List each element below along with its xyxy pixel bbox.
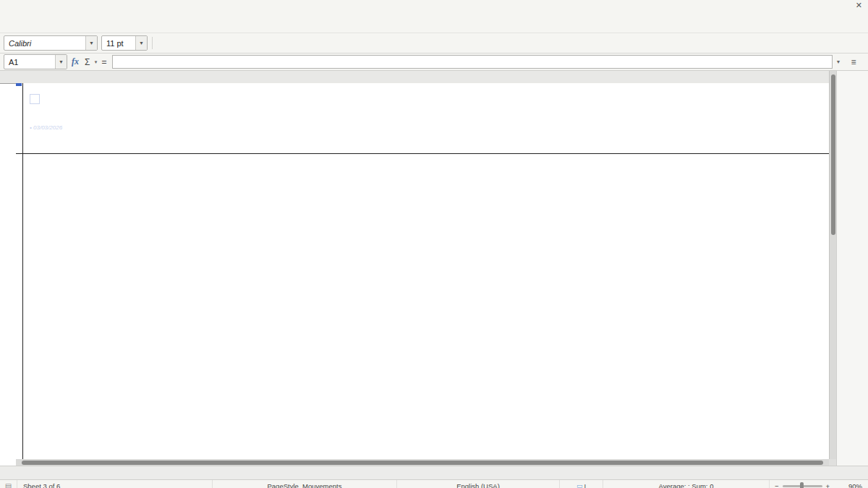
selected-cell-outline: [16, 83, 22, 86]
sheet-title-banner: ? • 03/03/2026: [22, 87, 450, 134]
chevron-down-icon[interactable]: ▼: [55, 55, 67, 69]
formatting-toolbar: Calibri ▼ 11 pt ▼: [0, 33, 868, 53]
page-title: ?: [30, 94, 450, 104]
horizontal-scrollbar-thumb[interactable]: [22, 461, 823, 465]
standard-toolbar: [0, 13, 868, 33]
missing-emoji-glyph: ?: [30, 94, 40, 104]
banner-subtitle: • 03/03/2026: [30, 124, 62, 131]
formula-input[interactable]: [112, 55, 833, 69]
name-box-value: A1: [4, 58, 55, 67]
grid-body[interactable]: ? • 03/03/2026: [16, 83, 829, 459]
sum-average-label[interactable]: Average: ; Sum: 0: [603, 480, 770, 488]
selection-mode-icon[interactable]: ▭I: [560, 480, 603, 488]
freeze-pane-horizontal-line: [16, 153, 829, 154]
font-name-value: Calibri: [4, 39, 85, 48]
menu-bar: ✕: [0, 0, 868, 13]
font-size-value: 11 pt: [102, 39, 135, 48]
document-modified-icon: ▤: [0, 480, 17, 488]
font-name-combo[interactable]: Calibri ▼: [4, 35, 98, 51]
sidebar-tab-strip: [836, 71, 868, 466]
chevron-down-icon[interactable]: ▼: [85, 36, 97, 50]
equals-icon[interactable]: =: [98, 57, 109, 67]
page-style-label[interactable]: PageStyle_Mouvements: [213, 480, 397, 488]
language-label[interactable]: English (USA): [397, 480, 560, 488]
sheet-position-label[interactable]: Sheet 3 of 6: [17, 480, 213, 488]
table-header-row: [22, 134, 450, 153]
spreadsheet-grid: ? • 03/03/2026: [0, 71, 868, 466]
vertical-scrollbar[interactable]: [829, 71, 836, 459]
libreoffice-calc-window: ✕ Calibri ▼ 11 pt ▼ A1 ▼ fx Σ ▾ = ▼ ≡: [0, 0, 868, 488]
zoom-out-icon[interactable]: −: [775, 482, 779, 488]
font-size-combo[interactable]: 11 pt ▼: [101, 35, 148, 51]
sum-icon[interactable]: Σ: [82, 57, 93, 67]
name-box[interactable]: A1 ▼: [4, 54, 67, 69]
horizontal-scrollbar[interactable]: [16, 459, 829, 466]
status-bar: ▤ Sheet 3 of 6 PageStyle_Mouvements Engl…: [0, 479, 868, 488]
close-document-icon[interactable]: ✕: [856, 1, 862, 10]
zoom-in-icon[interactable]: +: [826, 482, 830, 488]
column-headers[interactable]: [0, 71, 829, 84]
formula-bar: A1 ▼ fx Σ ▾ = ▼ ≡: [0, 53, 868, 71]
zoom-slider-handle[interactable]: [800, 482, 804, 488]
vertical-scrollbar-thumb[interactable]: [831, 74, 835, 235]
sheet-tab-bar: [0, 466, 868, 479]
chevron-down-icon[interactable]: ▾: [93, 59, 98, 65]
zoom-slider[interactable]: [783, 485, 822, 487]
function-wizard-icon[interactable]: fx: [69, 56, 82, 67]
sidebar-menu-icon[interactable]: ≡: [841, 57, 866, 67]
zoom-level-label[interactable]: 90%: [835, 482, 868, 488]
banner-date: 03/03/2026: [33, 124, 62, 131]
chevron-down-icon[interactable]: ▼: [135, 36, 147, 50]
scrollbar-corner: [829, 459, 836, 466]
expand-formula-bar-icon[interactable]: ▼: [835, 59, 841, 64]
freeze-pane-vertical-line: [22, 83, 23, 459]
